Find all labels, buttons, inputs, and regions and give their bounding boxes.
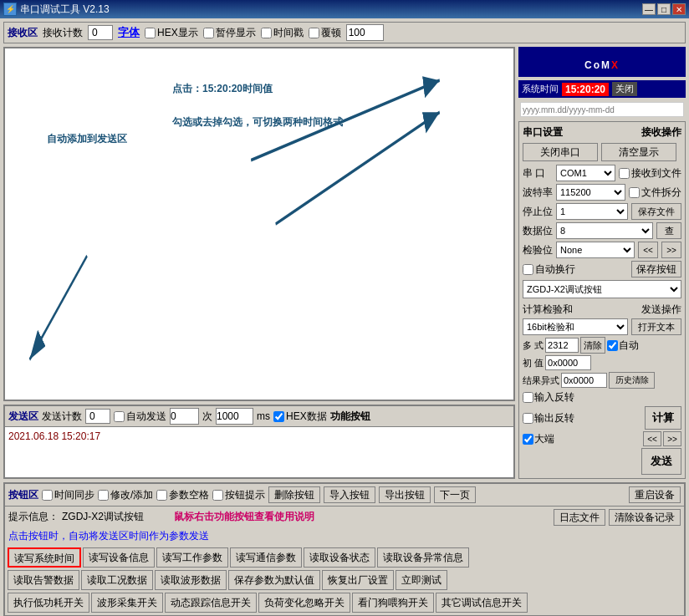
receive-area[interactable]: 自动添加到发送区 点击：15:20:20时间值 勾选或去掉勾选，可切换两种时间格… (3, 47, 515, 401)
input-convert-check[interactable]: 输入反转 (523, 390, 574, 405)
num-input[interactable] (545, 338, 579, 353)
btn-load-ignore[interactable]: 负荷变化忽略开关 (258, 593, 350, 613)
timestamp-checkbox[interactable] (261, 28, 272, 38)
time-sync-check[interactable]: 时间同步 (42, 488, 94, 502)
hex-display-check[interactable]: HEX显示 (145, 26, 198, 40)
btn-wave-capture[interactable]: 波形采集开关 (91, 593, 163, 613)
receive-file-checkbox[interactable] (619, 168, 630, 179)
parity-select[interactable]: None (556, 242, 635, 258)
clear-display-button[interactable]: 清空显示 (601, 143, 676, 161)
send-input-area[interactable]: 2021.06.18 15:20:17 (5, 427, 513, 477)
send-section: 发送区 发送计数 0 自动发送 次 ms HEX数据 功能按钮 (3, 405, 515, 479)
modify-add-checkbox[interactable] (98, 490, 109, 501)
btn-read-device-info[interactable]: 读写设备信息 (83, 547, 155, 568)
delete-btn-button[interactable]: 删除按钮 (268, 486, 320, 503)
btn-read-condition[interactable]: 读取工况数据 (81, 570, 153, 590)
restart-device-button[interactable]: 重启设备 (629, 486, 681, 503)
baud-select[interactable]: 115200 (556, 184, 625, 201)
stop-label: 停止位 (523, 205, 553, 219)
btn-read-work-param[interactable]: 读写工作参数 (156, 547, 228, 568)
export-btn-button[interactable]: 导出按钮 (379, 486, 431, 503)
result-label: 结果异式 (523, 374, 559, 387)
func-dropdown-select[interactable]: ZGDJ-X2调试按钮 (523, 280, 681, 298)
btn-read-alarm[interactable]: 读取告警数据 (8, 570, 79, 590)
btn-hint-checkbox[interactable] (212, 490, 223, 501)
nav-right-button[interactable]: >> (661, 242, 681, 258)
overwrite-checkbox[interactable] (309, 28, 319, 38)
open-text-button[interactable]: 打开文本 (631, 318, 681, 335)
verify-type-select[interactable]: 16bit检验和 (523, 318, 628, 335)
import-btn-button[interactable]: 导入按钮 (324, 486, 375, 503)
nav-left-button[interactable]: << (638, 242, 658, 258)
clear-record-button[interactable]: 清除设备记录 (609, 509, 681, 526)
interval-input[interactable] (216, 408, 253, 425)
auto-send-checkbox[interactable] (114, 411, 125, 422)
btn-restore-factory[interactable]: 恢复出厂设置 (322, 570, 394, 590)
port-select[interactable]: COM1 (556, 165, 615, 181)
query-button[interactable]: 查 (656, 222, 681, 239)
param-space-check[interactable]: 参数空格 (156, 488, 209, 502)
output-convert-checkbox[interactable] (523, 413, 533, 424)
minimize-button[interactable]: — (642, 3, 656, 15)
calc-button[interactable]: 计算 (645, 406, 681, 430)
file-split-checkbox[interactable] (629, 187, 640, 198)
count-input[interactable] (346, 24, 384, 41)
time-sync-checkbox[interactable] (42, 490, 53, 501)
next-page-button[interactable]: 下一页 (434, 486, 476, 503)
overwrite-check[interactable]: 覆顿 (309, 26, 341, 40)
send-button[interactable]: 发送 (641, 448, 681, 475)
btn-save-default[interactable]: 保存参数为默认值 (228, 570, 320, 590)
btn-read-write-time[interactable]: 读写系统时间 (8, 547, 81, 568)
big-endian-check[interactable]: 大端 (523, 432, 554, 446)
init-input[interactable] (545, 355, 591, 370)
nav2-right-button[interactable]: >> (663, 431, 681, 446)
stop-select[interactable]: 1 (556, 203, 628, 220)
param-space-checkbox[interactable] (156, 490, 167, 501)
btn-hint-check[interactable]: 按钮提示 (212, 488, 265, 502)
log-file-button[interactable]: 日志文件 (554, 509, 605, 526)
input-convert-checkbox[interactable] (523, 392, 533, 403)
result-input[interactable] (561, 373, 607, 388)
font-button[interactable]: 字体 (118, 25, 140, 40)
com-part: CoM (584, 59, 611, 71)
btn-read-device-error[interactable]: 读取设备异常信息 (377, 547, 469, 568)
btn-track-info[interactable]: 动态跟踪信息开关 (165, 593, 257, 613)
timestamp-check[interactable]: 时间戳 (261, 26, 304, 40)
maximize-button[interactable]: □ (657, 3, 671, 15)
auto-check[interactable]: 自动 (607, 339, 639, 353)
receive-file-check[interactable]: 接收到文件 (619, 166, 681, 181)
close-time-button[interactable]: 关闭 (612, 82, 637, 96)
auto-send-check[interactable]: 自动发送 (114, 410, 166, 424)
receive-count-label: 接收计数 (43, 26, 83, 40)
output-convert-check[interactable]: 输出反转 (523, 411, 574, 425)
auto-wrap-checkbox[interactable] (523, 264, 533, 275)
history-clear-button[interactable]: 历史清除 (609, 372, 655, 389)
btn-test-now[interactable]: 立即测试 (396, 570, 447, 590)
hex-display-checkbox[interactable] (145, 28, 156, 38)
auto-checkbox[interactable] (607, 340, 618, 351)
clear-button[interactable]: 清除 (580, 337, 605, 354)
btn-other-debug[interactable]: 其它调试信息开关 (436, 593, 528, 613)
save-btn-button[interactable]: 保存按钮 (631, 261, 681, 277)
auto-send-count-input[interactable] (170, 408, 199, 425)
hex-data-checkbox[interactable] (273, 411, 284, 422)
data-select[interactable]: 8 (556, 222, 653, 239)
pause-display-checkbox[interactable] (203, 28, 214, 38)
big-endian-checkbox[interactable] (523, 434, 533, 445)
btn-read-comm-param[interactable]: 读写通信参数 (230, 547, 302, 568)
btn-read-waveform[interactable]: 读取波形数据 (155, 570, 227, 590)
auto-wrap-check[interactable]: 自动换行 (523, 262, 575, 277)
modify-add-check[interactable]: 修改/添加 (98, 488, 153, 502)
nav2-left-button[interactable]: << (643, 431, 661, 446)
date-input[interactable] (520, 102, 684, 117)
count-spinner[interactable] (346, 24, 384, 41)
pause-display-check[interactable]: 暂停显示 (203, 26, 256, 40)
close-button[interactable]: ✕ (672, 3, 686, 15)
btn-read-device-status[interactable]: 读取设备状态 (304, 547, 375, 568)
hex-data-check[interactable]: HEX数据 (273, 410, 327, 424)
btn-watchdog[interactable]: 看门狗喂狗开关 (352, 593, 434, 613)
save-file-button[interactable]: 保存文件 (631, 203, 681, 220)
close-port-button[interactable]: 关闭串口 (523, 143, 598, 161)
btn-low-power[interactable]: 执行低功耗开关 (8, 593, 89, 613)
file-split-check[interactable]: 文件拆分 (629, 186, 681, 200)
